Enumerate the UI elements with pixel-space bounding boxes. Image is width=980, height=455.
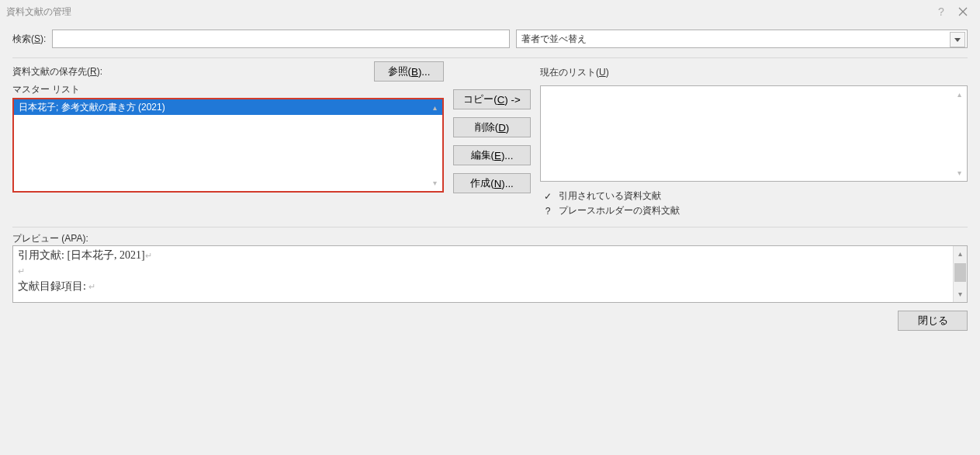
- search-input[interactable]: [52, 30, 510, 48]
- save-location-label: 資料文献の保存先(R):: [12, 65, 102, 78]
- current-list[interactable]: ▴▾: [540, 85, 968, 182]
- sort-selected: 著者で並べ替え: [521, 33, 587, 46]
- dialog-window: { "title": "資料文献の管理", "search": {"label_…: [0, 0, 980, 455]
- master-list-label: マスター リスト: [12, 83, 444, 96]
- master-list-item[interactable]: 日本花子; 参考文献の書き方 (2021): [14, 99, 442, 115]
- close-button[interactable]: 閉じる: [898, 311, 968, 331]
- preview-line-citation: 引用文献: [日本花子, 2021]↵: [18, 248, 962, 263]
- new-button[interactable]: 作成(N)...: [453, 173, 531, 193]
- edit-button[interactable]: 編集(E)...: [453, 145, 531, 165]
- help-icon[interactable]: ?: [930, 1, 952, 23]
- delete-button[interactable]: 削除(D): [453, 117, 531, 137]
- scrollbar[interactable]: ▴▾: [957, 90, 965, 177]
- scrollbar[interactable]: ▴▾: [953, 246, 967, 302]
- close-icon[interactable]: [952, 1, 974, 23]
- browse-button[interactable]: 参照(B)...: [374, 61, 444, 82]
- preview-box: 引用文献: [日本花子, 2021]↵ ↵ 文献目録項目: ↵ ▴▾: [12, 245, 968, 303]
- current-list-label: 現在のリスト(U): [540, 66, 968, 79]
- preview-line-blank: ↵: [18, 263, 962, 279]
- master-list[interactable]: 日本花子; 参考文献の書き方 (2021) ▴▾: [12, 98, 444, 193]
- chevron-down-icon: [950, 32, 965, 47]
- preview-label: プレビュー (APA):: [12, 232, 968, 245]
- copy-button[interactable]: コピー(C) ->: [453, 89, 531, 109]
- sort-select[interactable]: 著者で並べ替え: [516, 30, 968, 48]
- question-icon: ?: [543, 206, 552, 217]
- titlebar: 資料文献の管理 ?: [0, 0, 980, 23]
- preview-line-bib: 文献目録項目: ↵: [18, 279, 962, 294]
- dialog-title: 資料文献の管理: [6, 5, 930, 19]
- check-icon: ✓: [543, 191, 552, 202]
- search-label: 検索(S):: [12, 33, 46, 46]
- legend: ✓引用されている資料文献 ?プレースホルダーの資料文献: [540, 188, 968, 217]
- scrollbar[interactable]: ▴▾: [433, 103, 441, 187]
